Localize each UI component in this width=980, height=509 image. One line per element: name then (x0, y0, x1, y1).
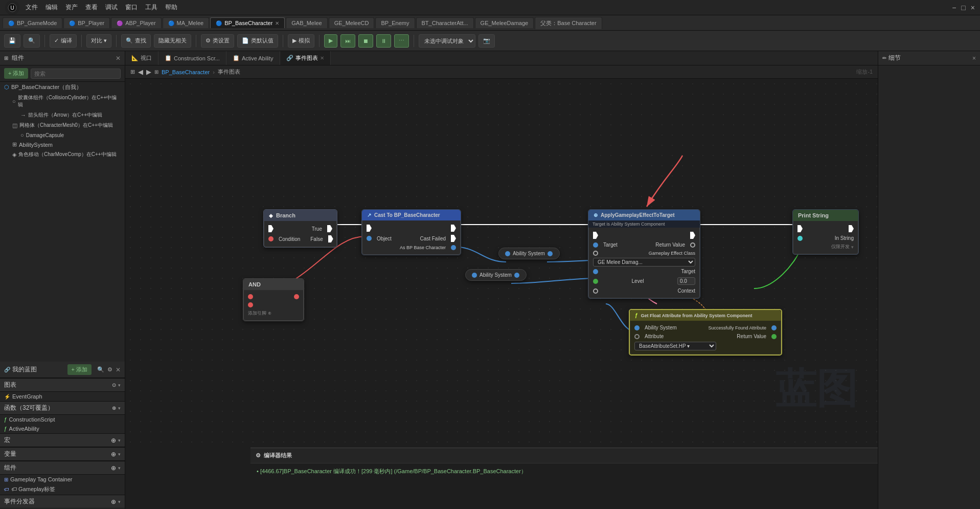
breadcrumb: ⊞ ◀ ▶ ⊞ BP_BaseCharacter › 事件图表 缩放-1 (125, 65, 878, 79)
get-float-node[interactable]: ƒ Get Float Attribute from Ability Syste… (629, 309, 782, 356)
tree-item-root[interactable]: ⬡ BP_BaseCharacter（自我） (0, 82, 125, 93)
tab-abp-player[interactable]: 🟣 ABP_Player (111, 17, 161, 28)
branch-node[interactable]: ◈ Branch True Condition False (263, 209, 337, 248)
compile-button[interactable]: ✓ 编译 (50, 34, 77, 48)
ability-system-node-2[interactable]: Ability System (465, 269, 527, 281)
nav-grid-button[interactable]: ⊞ (154, 69, 158, 75)
debug-object-dropdown[interactable]: 未选中调试对象 (419, 34, 475, 48)
menu-tools[interactable]: 工具 (145, 3, 157, 12)
compare-button[interactable]: 对比 ▾ (86, 34, 111, 48)
right-panel-close-icon[interactable]: × (972, 55, 976, 62)
ability-system-node-1[interactable]: Ability System (498, 248, 560, 259)
skip-button[interactable]: ⏭ (340, 34, 355, 48)
branch-node-title: Branch (276, 212, 295, 218)
tree-item-gameplay-tag-container[interactable]: ⊞ Gameplay Tag Container (0, 475, 125, 484)
tab-ge-meleecd[interactable]: GE_MeleeCD (329, 17, 375, 28)
apply-node[interactable]: ⊕ ApplyGameplayEffectToTarget Target is … (588, 209, 700, 299)
macros-icon: ⊕ (111, 437, 116, 444)
functions-section-header[interactable]: 函数（32可覆盖） ⊕ ▾ (0, 401, 125, 415)
components-sub-icon: ⊕ (111, 464, 116, 472)
settings-icon[interactable]: ⚙ (107, 366, 112, 373)
add-my-blueprint-button[interactable]: + 添加 (67, 364, 92, 375)
bp-tab-construction[interactable]: 📋 Construction Scr... (158, 51, 226, 65)
branch-header-icon: ◈ (269, 213, 273, 218)
my-blueprint-section: 🔗 我的蓝图 + 添加 🔍 ⚙ ✕ 图表 ⊙ ▾ ⚡ (0, 362, 125, 509)
tree-item-abilitysystem[interactable]: ⊞ AbilitySystem (8, 140, 125, 149)
tab-bp-basecharacter[interactable]: 🔵 BP_BaseCharacter ✕ (210, 17, 285, 28)
tab-ge-meleedamage[interactable]: GE_MeleeDamage (475, 17, 534, 28)
tree-item-construction-script[interactable]: ƒ ConstructionScript (0, 415, 125, 424)
components-sub-expand: ▾ (118, 466, 121, 471)
pause-button[interactable]: ⏸ (376, 34, 391, 48)
tab-label: BP_Player (78, 20, 104, 26)
tab-bt-characteratt[interactable]: BT_CharacterAtt... (416, 17, 474, 28)
nav-forward-button[interactable]: ▶ (146, 68, 151, 76)
my-blueprint-close[interactable]: ✕ (116, 366, 121, 373)
tree-item-damage-capsule[interactable]: ○ DamageCapsule (16, 130, 125, 140)
menu-help[interactable]: 帮助 (165, 3, 177, 12)
add-pin-button[interactable]: 添加引脚 ⊕ (244, 309, 303, 318)
graph-section-header[interactable]: 图表 ⊙ ▾ (0, 378, 125, 392)
apply-level-input[interactable] (677, 277, 695, 285)
class-defaults-button[interactable]: 📄 类默认值 (237, 34, 278, 48)
cast-as-pin (451, 245, 456, 250)
apply-ge-dropdown[interactable]: GE Melee Damag... (593, 258, 695, 267)
menu-view[interactable]: 查看 (85, 3, 98, 12)
tab-close-icon[interactable]: ✕ (275, 20, 279, 26)
components-title-text: 组件 (12, 54, 24, 61)
more-button[interactable]: ⋯ (394, 34, 409, 48)
tab-gab-melee[interactable]: GAB_Melee (286, 17, 327, 28)
tab-base-character-parent[interactable]: 父类：Base Character (535, 17, 602, 29)
browse-button[interactable]: 🔍 (24, 34, 40, 48)
play-button[interactable]: ▶ (324, 34, 337, 48)
dispatchers-title: 事件分发器 (4, 497, 35, 506)
search-icon[interactable]: 🔍 (97, 366, 104, 373)
event-graph-close-icon[interactable]: ✕ (320, 55, 324, 61)
components-search-input[interactable] (31, 69, 121, 79)
camera-button[interactable]: 📷 (478, 34, 495, 48)
menu-window[interactable]: 窗口 (125, 3, 138, 12)
class-settings-button[interactable]: ⚙ 类设置 (201, 34, 234, 48)
tree-item-gameplay-label[interactable]: 🏷 🏷 Gameplay标签 (0, 484, 125, 495)
add-component-button[interactable]: + 添加 (4, 68, 28, 79)
tree-item-capsule[interactable]: ○ 胶囊体组件（CollisionCylinder）在C++中编辑 (8, 93, 125, 110)
macros-expand: ▾ (118, 438, 121, 443)
minimize-button[interactable]: − (952, 4, 956, 12)
save-button[interactable]: 💾 (4, 34, 20, 48)
print-string-node[interactable]: Print String In String 仅限开发 ▾ (792, 209, 859, 255)
macros-section-header[interactable]: 宏 ⊕ ▾ (0, 433, 125, 447)
bp-tab-active-ability[interactable]: 📋 Active Ability (226, 51, 280, 65)
blueprint-canvas[interactable]: ◈ Branch True Condition False (125, 79, 878, 448)
dispatchers-section-header[interactable]: 事件分发器 ⊕ ▾ (0, 495, 125, 508)
simulate-button[interactable]: ▶ 模拟 (288, 34, 314, 48)
stop-button[interactable]: ⏹ (358, 34, 373, 48)
tab-bp-enemy[interactable]: BP_Enemy (375, 17, 415, 28)
bp-tab-viewport[interactable]: 📐 视口 (125, 51, 158, 65)
breadcrumb-home-icon[interactable]: ⊞ (130, 69, 135, 75)
components-sub-header[interactable]: 组件 ⊕ ▾ (0, 461, 125, 475)
menu-edit[interactable]: 编辑 (45, 3, 58, 12)
menu-assets[interactable]: 资产 (65, 3, 78, 12)
bp-tab-event-graph[interactable]: 🔗 事件图表 ✕ (280, 51, 331, 65)
nav-back-button[interactable]: ◀ (138, 68, 143, 76)
and-node[interactable]: AND 添加引脚 ⊕ (243, 278, 304, 321)
variables-section-header[interactable]: 变量 ⊕ ▾ (0, 447, 125, 461)
cast-node[interactable]: ↗ Cast To BP_BaseCharacter Object Cast F… (361, 209, 461, 255)
close-button[interactable]: × (971, 4, 975, 12)
menu-debug[interactable]: 调试 (105, 3, 118, 12)
tree-item-charmove[interactable]: ◈ 角色移动（CharMoveComp）在C++中编辑 (8, 149, 125, 160)
find-button[interactable]: 🔍 查找 (121, 34, 151, 48)
tree-item-mesh[interactable]: ◫ 网格体（CharacterMesh0）在C++中编辑 (8, 120, 125, 130)
restore-button[interactable]: □ (961, 4, 965, 12)
tab-bp-player[interactable]: 🔵 BP_Player (63, 17, 110, 28)
menu-file[interactable]: 文件 (26, 3, 38, 12)
tab-ma-melee[interactable]: 🔵 MA_Melee (163, 17, 210, 28)
tree-item-eventgraph[interactable]: ⚡ EventGraph (0, 392, 125, 401)
tree-item-active-ability[interactable]: ƒ ActiveAbility (0, 424, 125, 433)
components-panel-close[interactable]: ✕ (116, 55, 121, 62)
tab-label: GAB_Melee (291, 20, 322, 26)
hide-unrelated-button[interactable]: 隐藏无相关 (154, 34, 191, 48)
tab-bp-gamemode[interactable]: 🔵 BP_GameMode (3, 17, 62, 28)
get-float-attribute-dropdown[interactable]: BaseAttributeSet.HP ▾ (634, 342, 716, 350)
tree-item-arrow[interactable]: → 箭头组件（Arrow）在C++中编辑 (16, 110, 125, 120)
